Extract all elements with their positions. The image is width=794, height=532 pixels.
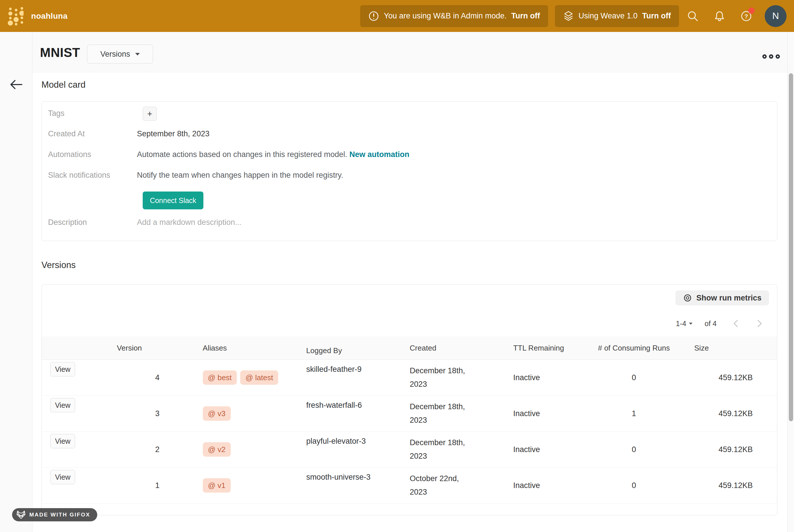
version-cell: 3 — [91, 396, 168, 431]
connect-slack-button[interactable]: Connect Slack — [143, 191, 203, 209]
admin-banner-text: You are using W&B in Admin mode. — [384, 12, 507, 20]
previous-page-button[interactable] — [732, 319, 740, 328]
ttl-cell: Inactive — [476, 396, 574, 431]
weave-banner-text: Using Weave 1.0 — [579, 12, 638, 20]
pagination: 1-4 of 4 — [676, 319, 764, 328]
page-content: Model card Tags + Created At September 8… — [33, 73, 794, 532]
consuming-runs-cell: 1 — [574, 396, 695, 431]
overflow-menu-button[interactable] — [762, 54, 780, 59]
dot-icon — [776, 54, 780, 59]
column-header-runs[interactable]: # of Consuming Runs — [574, 344, 695, 353]
created-at-value: September 8th, 2023 — [137, 129, 209, 138]
main-area: MNIST Versions Model card Tags + Created… — [33, 32, 794, 532]
rows-range-dropdown[interactable]: 1-4 — [676, 320, 693, 328]
chevron-down-icon — [689, 323, 693, 325]
alias-chip: @ latest — [240, 370, 278, 385]
arrow-left-icon — [8, 79, 24, 90]
help-button[interactable]: ? — [740, 10, 753, 22]
gifox-badge-text: MADE WITH GIFOX — [29, 512, 90, 518]
weave-turn-off-button[interactable]: Turn off — [642, 12, 671, 20]
team-name[interactable]: noahluna — [31, 12, 68, 21]
wandb-logo-icon[interactable] — [7, 6, 24, 26]
column-header-created[interactable]: Created — [378, 344, 476, 353]
column-header-logged[interactable]: Logged By — [275, 341, 378, 355]
versions-dropdown[interactable]: Versions — [87, 44, 153, 63]
search-button[interactable] — [686, 10, 699, 22]
size-cell: 459.12KB — [694, 468, 777, 503]
view-cell: View — [42, 360, 91, 395]
dot-icon — [769, 54, 773, 59]
ttl-cell: Inactive — [476, 432, 574, 467]
notification-dot — [748, 7, 755, 14]
run-link[interactable]: skilled-feather-9 — [306, 365, 362, 374]
run-link[interactable]: smooth-universe-3 — [306, 473, 371, 482]
alias-chip: @ v2 — [203, 442, 231, 457]
logged-by-cell: fresh-waterfall-6 — [275, 396, 378, 431]
automations-label: Automations — [42, 150, 137, 159]
run-link[interactable]: fresh-waterfall-6 — [306, 401, 362, 410]
chevron-left-icon — [732, 319, 740, 328]
admin-turn-off-button[interactable]: Turn off — [511, 12, 540, 20]
versions-card: Show run metrics 1-4 of 4 — [41, 284, 777, 515]
column-header-empty — [42, 347, 91, 349]
slack-label: Slack notifications — [42, 171, 137, 180]
next-page-button[interactable] — [755, 319, 764, 328]
table-row: View3@ v3fresh-waterfall-6December 18th,… — [42, 396, 777, 432]
column-header-size[interactable]: Size — [694, 344, 777, 353]
bell-icon — [713, 10, 726, 22]
automations-row: Automations Automate actions based on ch… — [42, 150, 777, 159]
created-cell: December 18th, 2023 — [378, 432, 476, 467]
aliases-cell: @ v2 — [168, 432, 275, 467]
created-cell: December 18th, 2023 — [378, 396, 476, 431]
alias-chip: @ best — [203, 370, 237, 385]
column-header-version[interactable]: Version — [91, 344, 168, 353]
view-button[interactable]: View — [50, 398, 75, 412]
top-navbar: noahluna You are using W&B in Admin mode… — [0, 0, 794, 32]
slack-text: Notify the team when changes happen in t… — [137, 171, 343, 180]
aliases-cell: @ v1 — [168, 468, 275, 503]
rows-range-label: 1-4 — [676, 320, 686, 328]
versions-table-header: VersionAliasesLogged ByCreatedTTL Remain… — [42, 337, 777, 360]
user-avatar[interactable]: N — [765, 5, 787, 27]
chevron-right-icon — [755, 319, 764, 328]
dot-icon — [762, 54, 767, 59]
add-tag-button[interactable]: + — [143, 107, 157, 121]
app-root: noahluna You are using W&B in Admin mode… — [0, 0, 794, 532]
warning-icon — [368, 11, 379, 22]
svg-text:?: ? — [744, 13, 748, 20]
tags-label: Tags — [42, 109, 137, 118]
description-row: Description Add a markdown description..… — [42, 218, 777, 227]
weave-banner: Using Weave 1.0 Turn off — [555, 5, 679, 27]
consuming-runs-cell: 0 — [574, 468, 695, 503]
view-cell: View — [42, 396, 91, 431]
consuming-runs-cell: 0 — [574, 432, 695, 467]
chevron-down-icon — [135, 53, 140, 56]
logged-by-cell: smooth-universe-3 — [275, 468, 378, 503]
description-placeholder[interactable]: Add a markdown description... — [137, 218, 241, 227]
view-button[interactable]: View — [50, 362, 75, 376]
view-button[interactable]: View — [50, 434, 75, 448]
table-row: View4@ best@ latestskilled-feather-9Dece… — [42, 360, 777, 396]
title-bar: MNIST Versions — [33, 32, 794, 73]
ttl-cell: Inactive — [476, 468, 574, 503]
admin-mode-banner: You are using W&B in Admin mode. Turn of… — [360, 5, 548, 27]
back-button[interactable] — [8, 79, 24, 90]
run-link[interactable]: playful-elevator-3 — [306, 437, 366, 446]
show-run-metrics-label: Show run metrics — [696, 293, 761, 303]
table-row: View1@ v1smooth-universe-3October 22nd, … — [42, 468, 777, 504]
model-card-heading: Model card — [41, 80, 86, 90]
new-automation-link[interactable]: New automation — [349, 150, 409, 159]
notifications-button[interactable] — [713, 10, 726, 22]
scrollbar-thumb[interactable] — [789, 73, 793, 421]
created-date: December 18th, 2023 — [410, 436, 472, 463]
view-button[interactable]: View — [50, 470, 75, 484]
ttl-cell: Inactive — [476, 360, 574, 395]
column-header-aliases[interactable]: Aliases — [168, 344, 275, 353]
weave-layers-icon — [563, 11, 574, 22]
created-at-row: Created At September 8th, 2023 — [42, 129, 777, 138]
versions-table-body: View4@ best@ latestskilled-feather-9Dece… — [42, 360, 777, 504]
version-cell: 4 — [91, 360, 168, 395]
show-run-metrics-button[interactable]: Show run metrics — [676, 290, 769, 305]
column-header-ttl[interactable]: TTL Remaining — [476, 344, 574, 353]
automations-text: Automate actions based on changes in thi… — [137, 150, 409, 159]
